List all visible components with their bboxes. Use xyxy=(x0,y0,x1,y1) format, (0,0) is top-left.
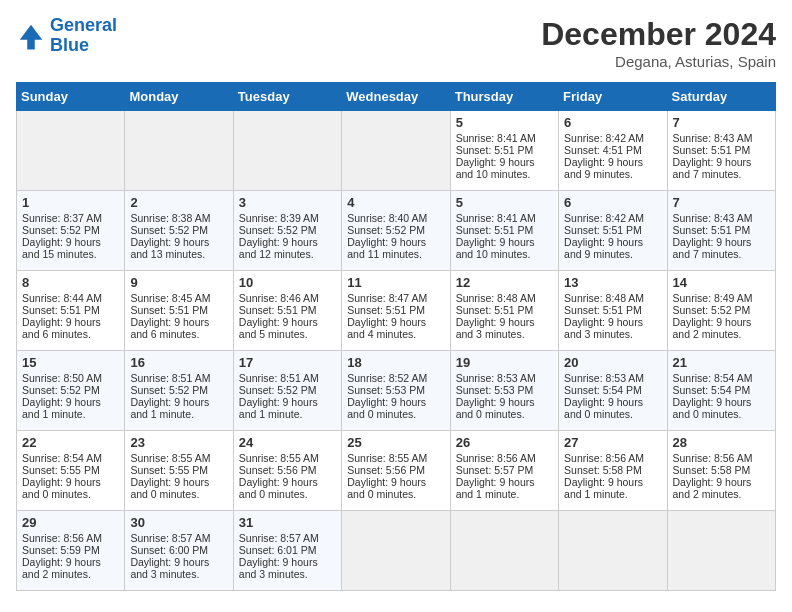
cell-text: Sunset: 5:59 PM xyxy=(22,544,119,556)
cell-text: Daylight: 9 hours xyxy=(22,396,119,408)
cell-text: and 2 minutes. xyxy=(22,568,119,580)
cell-text: and 0 minutes. xyxy=(456,408,553,420)
cell-text: Sunrise: 8:43 AM xyxy=(673,212,770,224)
cell-text: Sunset: 5:52 PM xyxy=(22,224,119,236)
cell-text: Sunrise: 8:55 AM xyxy=(239,452,336,464)
cell-text: Daylight: 9 hours xyxy=(456,316,553,328)
cell-text: Daylight: 9 hours xyxy=(239,396,336,408)
cell-text: Sunset: 5:52 PM xyxy=(673,304,770,316)
day-number: 24 xyxy=(239,435,336,450)
day-number: 30 xyxy=(130,515,227,530)
cell-text: Sunset: 5:54 PM xyxy=(673,384,770,396)
cell-text: Daylight: 9 hours xyxy=(22,316,119,328)
cell-text: Sunset: 5:58 PM xyxy=(564,464,661,476)
calendar-week-row: 1Sunrise: 8:37 AMSunset: 5:52 PMDaylight… xyxy=(17,191,776,271)
calendar-cell: 2Sunrise: 8:38 AMSunset: 5:52 PMDaylight… xyxy=(125,191,233,271)
cell-text: Sunrise: 8:54 AM xyxy=(673,372,770,384)
cell-text: Sunrise: 8:56 AM xyxy=(564,452,661,464)
cell-text: Sunrise: 8:51 AM xyxy=(239,372,336,384)
calendar-cell: 5Sunrise: 8:41 AMSunset: 5:51 PMDaylight… xyxy=(450,191,558,271)
cell-text: Sunset: 6:00 PM xyxy=(130,544,227,556)
cell-text: Sunrise: 8:37 AM xyxy=(22,212,119,224)
cell-text: and 3 minutes. xyxy=(130,568,227,580)
cell-text: Sunrise: 8:44 AM xyxy=(22,292,119,304)
cell-text: Sunrise: 8:43 AM xyxy=(673,132,770,144)
cell-text: Daylight: 9 hours xyxy=(239,476,336,488)
cell-text: Daylight: 9 hours xyxy=(673,236,770,248)
cell-text: Daylight: 9 hours xyxy=(347,316,444,328)
calendar-cell: 17Sunrise: 8:51 AMSunset: 5:52 PMDayligh… xyxy=(233,351,341,431)
day-number: 18 xyxy=(347,355,444,370)
cell-text: Sunrise: 8:48 AM xyxy=(456,292,553,304)
cell-text: Sunrise: 8:38 AM xyxy=(130,212,227,224)
calendar-cell xyxy=(559,511,667,591)
calendar-cell: 29Sunrise: 8:56 AMSunset: 5:59 PMDayligh… xyxy=(17,511,125,591)
day-number: 8 xyxy=(22,275,119,290)
calendar-cell: 22Sunrise: 8:54 AMSunset: 5:55 PMDayligh… xyxy=(17,431,125,511)
cell-text: Daylight: 9 hours xyxy=(130,556,227,568)
calendar-cell xyxy=(342,511,450,591)
cell-text: and 9 minutes. xyxy=(564,248,661,260)
day-number: 12 xyxy=(456,275,553,290)
cell-text: Daylight: 9 hours xyxy=(564,316,661,328)
logo-text: General Blue xyxy=(50,16,117,56)
calendar-cell: 10Sunrise: 8:46 AMSunset: 5:51 PMDayligh… xyxy=(233,271,341,351)
cell-text: and 11 minutes. xyxy=(347,248,444,260)
cell-text: Sunrise: 8:41 AM xyxy=(456,132,553,144)
col-header-sunday: Sunday xyxy=(17,83,125,111)
calendar-cell: 18Sunrise: 8:52 AMSunset: 5:53 PMDayligh… xyxy=(342,351,450,431)
col-header-thursday: Thursday xyxy=(450,83,558,111)
calendar-week-row: 22Sunrise: 8:54 AMSunset: 5:55 PMDayligh… xyxy=(17,431,776,511)
calendar-cell: 13Sunrise: 8:48 AMSunset: 5:51 PMDayligh… xyxy=(559,271,667,351)
cell-text: Daylight: 9 hours xyxy=(347,396,444,408)
cell-text: Daylight: 9 hours xyxy=(22,236,119,248)
cell-text: Sunset: 5:52 PM xyxy=(347,224,444,236)
cell-text: Daylight: 9 hours xyxy=(130,396,227,408)
cell-text: Sunset: 5:54 PM xyxy=(564,384,661,396)
day-number: 27 xyxy=(564,435,661,450)
cell-text: and 5 minutes. xyxy=(239,328,336,340)
cell-text: and 10 minutes. xyxy=(456,248,553,260)
calendar-body: 5Sunrise: 8:41 AMSunset: 5:51 PMDaylight… xyxy=(17,111,776,591)
day-number: 4 xyxy=(347,195,444,210)
calendar-cell: 9Sunrise: 8:45 AMSunset: 5:51 PMDaylight… xyxy=(125,271,233,351)
cell-text: Sunset: 5:51 PM xyxy=(22,304,119,316)
calendar-cell: 7Sunrise: 8:43 AMSunset: 5:51 PMDaylight… xyxy=(667,111,775,191)
calendar-cell: 3Sunrise: 8:39 AMSunset: 5:52 PMDaylight… xyxy=(233,191,341,271)
day-number: 9 xyxy=(130,275,227,290)
cell-text: Daylight: 9 hours xyxy=(456,156,553,168)
cell-text: Sunset: 4:51 PM xyxy=(564,144,661,156)
calendar-cell xyxy=(667,511,775,591)
cell-text: Sunrise: 8:56 AM xyxy=(456,452,553,464)
cell-text: Sunset: 5:52 PM xyxy=(239,384,336,396)
logo-line1: General xyxy=(50,15,117,35)
cell-text: Sunset: 5:53 PM xyxy=(347,384,444,396)
cell-text: Sunset: 5:51 PM xyxy=(673,144,770,156)
calendar-cell: 30Sunrise: 8:57 AMSunset: 6:00 PMDayligh… xyxy=(125,511,233,591)
day-number: 16 xyxy=(130,355,227,370)
cell-text: Sunrise: 8:55 AM xyxy=(347,452,444,464)
day-number: 7 xyxy=(673,115,770,130)
calendar-cell: 5Sunrise: 8:41 AMSunset: 5:51 PMDaylight… xyxy=(450,111,558,191)
calendar-cell: 1Sunrise: 8:37 AMSunset: 5:52 PMDaylight… xyxy=(17,191,125,271)
cell-text: Daylight: 9 hours xyxy=(239,556,336,568)
day-number: 26 xyxy=(456,435,553,450)
calendar-cell: 4Sunrise: 8:40 AMSunset: 5:52 PMDaylight… xyxy=(342,191,450,271)
day-number: 3 xyxy=(239,195,336,210)
day-number: 14 xyxy=(673,275,770,290)
cell-text: and 0 minutes. xyxy=(22,488,119,500)
day-number: 10 xyxy=(239,275,336,290)
cell-text: Sunset: 5:51 PM xyxy=(673,224,770,236)
calendar-cell xyxy=(125,111,233,191)
cell-text: and 2 minutes. xyxy=(673,488,770,500)
day-number: 1 xyxy=(22,195,119,210)
calendar-week-row: 8Sunrise: 8:44 AMSunset: 5:51 PMDaylight… xyxy=(17,271,776,351)
cell-text: Sunset: 5:51 PM xyxy=(456,304,553,316)
cell-text: Daylight: 9 hours xyxy=(673,476,770,488)
calendar-week-row: 29Sunrise: 8:56 AMSunset: 5:59 PMDayligh… xyxy=(17,511,776,591)
calendar-cell xyxy=(450,511,558,591)
cell-text: Sunset: 5:51 PM xyxy=(130,304,227,316)
cell-text: Sunrise: 8:47 AM xyxy=(347,292,444,304)
day-number: 7 xyxy=(673,195,770,210)
cell-text: and 9 minutes. xyxy=(564,168,661,180)
